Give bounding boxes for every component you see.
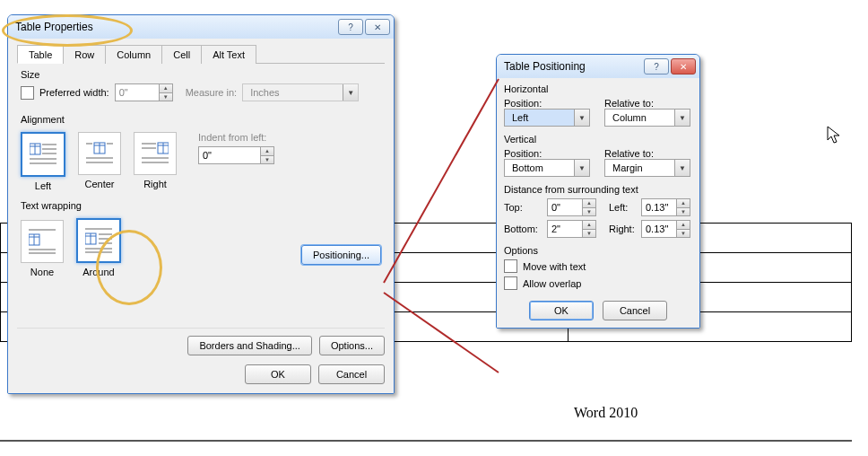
group-wrapping: None Around Positioning... (17, 213, 385, 283)
indent-spinner[interactable]: ▲▼ (198, 146, 274, 164)
top-spinner[interactable]: ▲▼ (547, 198, 596, 216)
bottom-spinner[interactable]: ▲▼ (547, 220, 596, 238)
caption-word2010: Word 2010 (574, 405, 638, 421)
size-legend: Size (21, 69, 381, 80)
help-button[interactable]: ? (338, 19, 363, 35)
positioning-ok-button[interactable]: OK (529, 301, 594, 320)
cursor-icon (827, 126, 843, 145)
preferred-width-spinner[interactable]: ▲▼ (115, 83, 173, 101)
left-spinner[interactable]: ▲▼ (641, 198, 690, 216)
h-relative-combo[interactable]: Column▼ (604, 109, 690, 127)
preferred-width-label: Preferred width: (39, 87, 109, 98)
h-relative-label: Relative to: (604, 98, 692, 109)
group-alignment: Left Center Right Indent from left: ▲▼ (17, 127, 385, 197)
positioning-close-button[interactable]: ✕ (671, 58, 696, 75)
tab-alttext[interactable]: Alt Text (201, 45, 256, 64)
titlebar-table-properties[interactable]: Table Properties ? ✕ (8, 15, 394, 39)
positioning-title: Table Positioning (504, 60, 642, 73)
borders-shading-button[interactable]: Borders and Shading... (187, 336, 312, 355)
page-shadow (0, 440, 852, 442)
dialog-table-properties: Table Properties ? ✕ Table Row Column Ce… (7, 14, 395, 394)
bottom-label: Bottom: (504, 224, 542, 234)
preferred-width-input[interactable] (115, 83, 160, 101)
tab-column[interactable]: Column (105, 45, 162, 64)
right-label: Right: (609, 224, 636, 234)
tab-table[interactable]: Table (17, 45, 64, 64)
h-position-label: Position: (504, 98, 592, 109)
ok-button[interactable]: OK (245, 364, 311, 384)
measure-in-combo[interactable]: Inches▼ (242, 83, 359, 101)
positioning-help-button[interactable]: ? (644, 58, 669, 75)
v-position-label: Position: (504, 148, 592, 159)
positioning-cancel-button[interactable]: Cancel (603, 301, 667, 320)
preferred-width-checkbox[interactable] (21, 86, 34, 100)
indent-label: Indent from left: (198, 132, 274, 143)
wrap-legend: Text wrapping (21, 200, 385, 211)
titlebar-table-positioning[interactable]: Table Positioning ? ✕ (497, 55, 699, 78)
tabstrip: Table Row Column Cell Alt Text (17, 44, 385, 64)
group-vertical: Vertical Position: Bottom▼ Relative to: … (504, 134, 692, 177)
dialog-table-positioning: Table Positioning ? ✕ Horizontal Positio… (496, 54, 700, 329)
right-spinner[interactable]: ▲▼ (641, 220, 690, 238)
move-with-text-checkbox[interactable] (504, 259, 517, 273)
wrap-none[interactable] (21, 220, 64, 263)
positioning-button[interactable]: Positioning... (301, 245, 381, 265)
table-options-button[interactable]: Options... (319, 336, 385, 355)
vertical-legend: Vertical (504, 134, 692, 145)
dialog-title: Table Properties (15, 21, 336, 33)
allow-overlap-checkbox[interactable] (504, 276, 517, 290)
measure-in-label: Measure in: (186, 87, 237, 98)
group-distance: Distance from surrounding text Top: ▲▼ L… (504, 184, 692, 238)
top-label: Top: (504, 202, 542, 213)
left-label: Left: (609, 202, 636, 213)
v-position-combo[interactable]: Bottom▼ (504, 159, 590, 177)
align-center[interactable] (78, 132, 121, 175)
tab-cell[interactable]: Cell (161, 45, 202, 64)
group-size: Size Preferred width: ▲▼ Measure in: Inc… (17, 69, 385, 109)
horizontal-legend: Horizontal (504, 83, 692, 94)
options-legend: Options (504, 245, 692, 256)
distance-legend: Distance from surrounding text (504, 184, 692, 195)
cancel-button[interactable]: Cancel (318, 364, 385, 384)
v-relative-combo[interactable]: Margin▼ (604, 159, 690, 177)
tab-row[interactable]: Row (63, 45, 106, 64)
group-options: Options Move with text Allow overlap (504, 245, 692, 290)
v-relative-label: Relative to: (604, 148, 692, 159)
align-left[interactable] (21, 132, 65, 177)
indent-input[interactable] (198, 146, 261, 164)
h-position-combo[interactable]: Left▼ (504, 109, 590, 127)
close-button[interactable]: ✕ (365, 19, 390, 35)
wrap-around[interactable] (76, 218, 121, 263)
align-right[interactable] (134, 132, 177, 175)
alignment-legend: Alignment (21, 114, 385, 125)
group-horizontal: Horizontal Position: Left▼ Relative to: … (504, 83, 692, 127)
